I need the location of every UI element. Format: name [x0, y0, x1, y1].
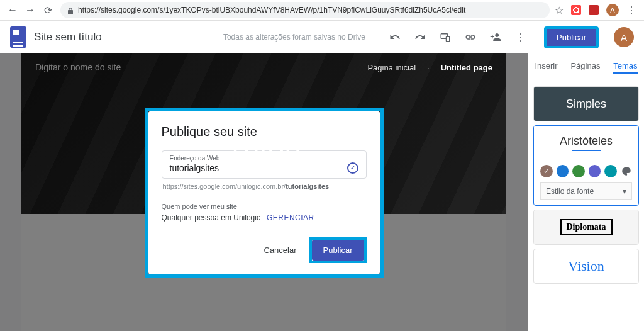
- header-tools: ⋮: [373, 31, 526, 43]
- tab-pages[interactable]: Páginas: [570, 61, 600, 74]
- color-swatch-2[interactable]: [557, 165, 569, 177]
- color-swatch-5[interactable]: [604, 165, 617, 177]
- tab-themes[interactable]: Temas: [613, 61, 637, 74]
- chevron-down-icon: ▾: [623, 187, 626, 196]
- tab-insert[interactable]: Inserir: [535, 61, 557, 74]
- theme-list: Simples Aristóteles Estilo da fonte: [528, 82, 644, 331]
- browser-avatar[interactable]: A: [606, 4, 619, 16]
- theme-diplomata-label: Diplomata: [560, 219, 613, 235]
- share-icon[interactable]: [490, 31, 501, 43]
- sites-logo-icon[interactable]: [10, 26, 26, 48]
- more-icon[interactable]: ⋮: [515, 31, 526, 43]
- hero-topbar: Digitar o nome do site Página inicial · …: [21, 53, 506, 81]
- nav-link-home[interactable]: Página inicial: [367, 63, 416, 72]
- hero-section[interactable]: Digitar o nome do site Página inicial · …: [21, 53, 506, 214]
- visibility-value: Qualquer pessoa em Unilogic: [162, 213, 260, 222]
- theme-simples[interactable]: Simples: [533, 86, 639, 121]
- nav-link-untitled[interactable]: Untitled page: [441, 63, 492, 72]
- extension-icon-1[interactable]: [571, 5, 581, 15]
- publish-button-dialog[interactable]: Publicar: [312, 240, 364, 261]
- address-bar[interactable]: https://sites.google.com/s/1yexTKOPvs-bt…: [60, 2, 550, 18]
- font-style-label: Estilo da fonte: [546, 187, 594, 196]
- manage-link[interactable]: GERENCIAR: [267, 213, 314, 222]
- theme-aristoteles[interactable]: Aristóteles Estilo da fonte ▾: [533, 125, 639, 206]
- site-title[interactable]: Site sem título: [34, 31, 102, 43]
- publish-button-header[interactable]: Publicar: [544, 26, 599, 48]
- theme-vision[interactable]: Vision: [533, 249, 639, 284]
- browser-toolbar: ← → ⟳ https://sites.google.com/s/1yexTKO…: [0, 0, 644, 21]
- preview-icon[interactable]: [440, 31, 451, 43]
- save-status: Todas as alterações foram salvas no Driv…: [223, 33, 365, 42]
- redo-icon[interactable]: [414, 31, 426, 43]
- hero-title[interactable]: Tutori: [21, 81, 506, 214]
- theme-diplomata[interactable]: Diplomata: [533, 210, 639, 245]
- color-swatch-4[interactable]: [589, 165, 601, 177]
- url-text: https://sites.google.com/s/1yexTKOPvs-bt…: [78, 6, 543, 14]
- app-header: Site sem título Todas as alterações fora…: [0, 21, 644, 53]
- undo-icon[interactable]: [389, 31, 401, 43]
- color-swatch-3[interactable]: [572, 165, 585, 177]
- lock-icon: [67, 6, 74, 14]
- site-name-placeholder[interactable]: Digitar o nome do site: [35, 62, 121, 72]
- cancel-button[interactable]: Cancelar: [258, 240, 303, 260]
- underline-icon: [572, 150, 601, 151]
- visibility-row: Qualquer pessoa em Unilogic GERENCIAR: [162, 213, 367, 222]
- browser-nav: ← → ⟳: [5, 5, 55, 15]
- extension-icon-2[interactable]: [589, 5, 599, 15]
- publish-button-highlight: Publicar: [309, 237, 367, 263]
- browser-menu-icon[interactable]: ⋮: [626, 5, 636, 15]
- theme-aristoteles-label: Aristóteles: [560, 135, 613, 148]
- font-style-select[interactable]: Estilo da fonte ▾: [540, 182, 632, 200]
- bookmark-icon[interactable]: ☆: [555, 4, 564, 16]
- svg-rect-1: [447, 36, 450, 42]
- reload-icon[interactable]: ⟳: [43, 5, 53, 15]
- link-icon[interactable]: [465, 31, 476, 43]
- app-avatar[interactable]: A: [614, 27, 634, 47]
- site-nav: Página inicial · Untitled page: [367, 63, 492, 72]
- themes-sidebar: Inserir Páginas Temas Simples Aristótele…: [528, 53, 644, 331]
- paint-icon[interactable]: [621, 166, 632, 177]
- color-swatch-1[interactable]: [540, 165, 553, 177]
- sidebar-tabs: Inserir Páginas Temas: [528, 53, 644, 82]
- dialog-actions: Cancelar Publicar: [162, 237, 367, 263]
- color-row: [534, 160, 638, 182]
- browser-actions: ☆ A ⋮: [555, 4, 639, 16]
- back-icon[interactable]: ←: [8, 5, 18, 15]
- forward-icon[interactable]: →: [25, 5, 35, 15]
